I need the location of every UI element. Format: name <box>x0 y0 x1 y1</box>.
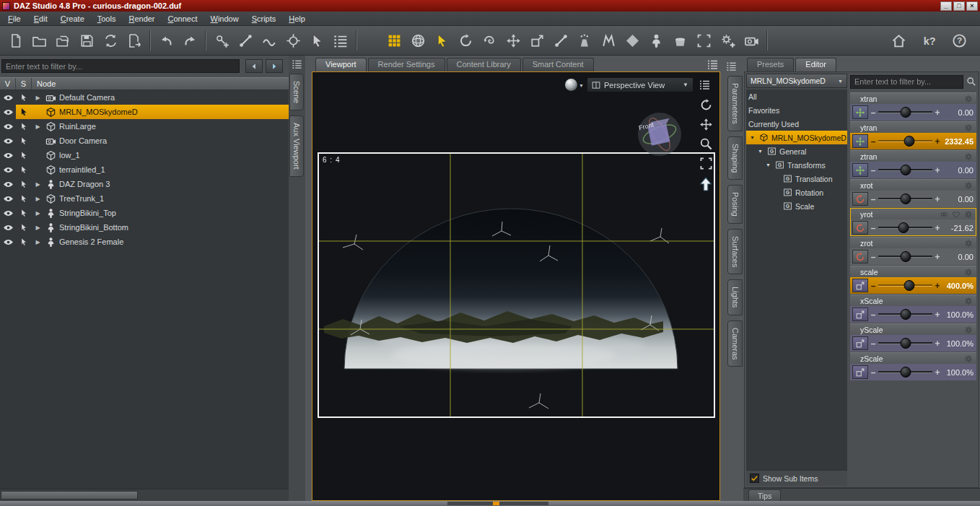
decrement-button[interactable]: – <box>870 252 877 262</box>
viewport-pane[interactable]: ▼ Perspective View ▼ 6 : 4 Front <box>312 71 720 501</box>
gear-icon[interactable] <box>964 268 973 276</box>
pointer-icon[interactable] <box>17 223 31 232</box>
gear-icon[interactable] <box>964 354 973 363</box>
pointer-icon[interactable] <box>17 136 31 145</box>
param-group-currently-used[interactable]: Currently Used <box>746 117 847 131</box>
merge-file-icon[interactable] <box>52 30 74 51</box>
slider-handle[interactable] <box>898 222 909 233</box>
expand-arrow-icon[interactable]: ▼ <box>748 135 756 140</box>
tree-row[interactable]: Door Camera <box>0 134 289 148</box>
node-editor-icon[interactable] <box>621 30 643 51</box>
side-tab-cameras[interactable]: Cameras <box>727 320 743 367</box>
slider-track[interactable] <box>878 336 932 350</box>
expand-arrow-icon[interactable]: ▶ <box>33 210 43 217</box>
increment-button[interactable]: + <box>934 367 941 378</box>
spot-render-tool-icon[interactable] <box>693 30 714 51</box>
side-tab-surfaces[interactable]: Surfaces <box>727 229 743 274</box>
eye-icon[interactable] <box>0 119 16 134</box>
save-file-icon[interactable] <box>76 30 97 51</box>
undo-icon[interactable] <box>155 30 177 51</box>
slider-track[interactable] <box>878 192 932 206</box>
param-value[interactable]: 400.0% <box>942 282 974 290</box>
heart-icon[interactable] <box>952 210 961 219</box>
decrement-button[interactable]: – <box>870 108 877 118</box>
param-group-all[interactable]: All <box>746 90 847 103</box>
slider-handle[interactable] <box>900 251 911 262</box>
menu-window[interactable]: Window <box>204 12 245 25</box>
view-selector-dropdown[interactable]: Perspective View ▼ <box>587 77 694 92</box>
tree-row[interactable]: terraintiled_1 <box>0 162 289 177</box>
pane-menu-icon[interactable] <box>707 58 719 70</box>
zoom-control-icon[interactable] <box>699 137 713 151</box>
orbit-control-icon[interactable] <box>699 98 713 112</box>
filter-back-button[interactable] <box>245 59 263 73</box>
surface-selection-tool-icon[interactable] <box>574 30 595 51</box>
slider-handle[interactable] <box>904 136 914 147</box>
decrement-button[interactable]: – <box>870 223 877 233</box>
lighting-sphere-icon[interactable] <box>565 79 577 91</box>
tree-row[interactable]: low_1 <box>0 148 289 162</box>
slider-track[interactable] <box>878 307 932 321</box>
slider-handle[interactable] <box>900 309 911 320</box>
gear-icon[interactable] <box>964 210 973 219</box>
pan-control-icon[interactable] <box>699 118 713 131</box>
gear-icon[interactable] <box>964 123 973 132</box>
eye-icon[interactable] <box>0 177 16 191</box>
menu-scripts[interactable]: Scripts <box>245 12 283 25</box>
active-pose-tool-icon[interactable] <box>550 30 572 51</box>
joint-editor-icon[interactable] <box>235 30 256 51</box>
daz-connect-icon[interactable] <box>888 30 909 51</box>
eye-icon[interactable] <box>0 235 16 249</box>
pane-menu-icon[interactable] <box>726 61 738 71</box>
eye-icon[interactable] <box>0 148 16 162</box>
viewport-canvas[interactable] <box>312 72 719 500</box>
tree-row[interactable]: ▶StringBikini_Top <box>0 206 289 220</box>
side-tab-lights[interactable]: Lights <box>727 279 743 315</box>
preferences-icon[interactable] <box>717 30 738 51</box>
increment-button[interactable]: + <box>934 252 941 262</box>
tab-editor[interactable]: Editor <box>795 58 836 71</box>
decrement-button[interactable]: – <box>870 339 877 349</box>
param-value[interactable]: 100.0% <box>942 310 974 319</box>
increment-button[interactable]: + <box>934 165 941 175</box>
tree-row[interactable]: ▶Default Camera <box>0 90 289 105</box>
gear-icon[interactable] <box>964 297 973 305</box>
decrement-button[interactable]: – <box>870 367 877 378</box>
tree-row[interactable]: MRLN_MOSkydomeD <box>0 105 289 119</box>
tree-row[interactable]: ▶DAZ Dragon 3 <box>0 177 289 191</box>
tab-viewport[interactable]: Viewport <box>315 58 367 71</box>
eye-icon[interactable] <box>0 220 16 235</box>
menu-create[interactable]: Create <box>54 12 91 25</box>
link-icon[interactable] <box>940 210 948 219</box>
slider-handle[interactable] <box>900 367 911 378</box>
side-tab-shaping[interactable]: Shaping <box>727 136 743 180</box>
param-group-rotation[interactable]: GRotation <box>746 186 847 199</box>
pointer-icon[interactable] <box>17 180 31 188</box>
open-file-icon[interactable] <box>28 30 50 51</box>
pointer-icon[interactable] <box>17 108 31 116</box>
menu-tools[interactable]: Tools <box>91 12 123 25</box>
expand-arrow-icon[interactable]: ▶ <box>33 123 43 130</box>
side-tab-aux-viewport[interactable]: Aux Viewport <box>289 115 304 177</box>
maximize-button[interactable]: □ <box>953 1 965 11</box>
tree-row[interactable]: ▶Genesis 2 Female <box>0 235 289 249</box>
eye-icon[interactable] <box>0 191 16 206</box>
slider-handle[interactable] <box>900 165 911 175</box>
slider-track[interactable] <box>878 134 932 148</box>
tab-content-library[interactable]: Content Library <box>447 58 521 71</box>
increment-button[interactable]: + <box>934 310 941 320</box>
increment-button[interactable]: + <box>934 136 941 147</box>
tab-render-settings[interactable]: Render Settings <box>368 58 445 71</box>
side-tab-parameters[interactable]: Parameters <box>727 76 743 131</box>
decrement-button[interactable]: – <box>870 165 877 175</box>
draw-style-icon[interactable] <box>407 30 429 51</box>
param-group-mrln-moskydomed[interactable]: ▼MRLN_MOSkydomeD <box>746 131 847 144</box>
reset-view-control-icon[interactable] <box>698 176 714 192</box>
param-group-transforms[interactable]: ▼GTransforms <box>746 158 847 172</box>
param-value[interactable]: 0.00 <box>942 253 974 261</box>
new-file-icon[interactable] <box>4 30 26 51</box>
rotate-tool-icon[interactable] <box>455 30 476 51</box>
menu-file[interactable]: File <box>1 12 27 25</box>
slider-track[interactable] <box>878 105 932 119</box>
param-value[interactable]: 100.0% <box>942 368 974 377</box>
